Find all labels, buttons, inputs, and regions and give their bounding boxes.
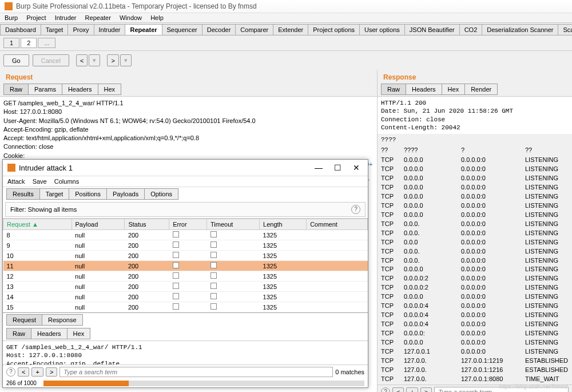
nav-back-dropdown[interactable]: ▾	[89, 54, 100, 66]
intruder-menu-attack[interactable]: Attack	[7, 178, 25, 185]
menu-project[interactable]: Project	[26, 14, 46, 21]
intruder-tab-options[interactable]: Options	[144, 188, 178, 200]
intruder-tab-target[interactable]: Target	[39, 188, 70, 200]
main-tab-repeater[interactable]: Repeater	[125, 24, 162, 35]
table-row[interactable]: 12null2001325	[3, 271, 368, 282]
col-comment[interactable]: Comment	[307, 219, 368, 230]
nav-fwd-dropdown[interactable]: ▾	[120, 54, 132, 66]
col-length[interactable]: Length	[260, 219, 307, 230]
netstat-row: TCP0.0.0.00.0.0.0:0LISTENING	[381, 165, 569, 174]
netstat-row: TCP0.0.0.00.0.0.0:0LISTENING	[381, 192, 569, 201]
table-row[interactable]: 13null2001325	[3, 282, 368, 292]
table-row[interactable]: 14null2001325	[3, 292, 368, 302]
go-button[interactable]: Go	[3, 54, 29, 66]
request-tab-headers[interactable]: Headers	[62, 84, 98, 95]
main-tab-target[interactable]: Target	[41, 24, 69, 35]
lower-tab-request[interactable]: Request	[6, 314, 42, 326]
intruder-tab-results[interactable]: Results	[6, 188, 40, 200]
main-tab-extender[interactable]: Extender	[273, 24, 308, 35]
subtab-add[interactable]: ...	[38, 38, 55, 48]
main-tab-comparer[interactable]: Comparer	[235, 24, 273, 35]
menu-repeater[interactable]: Repeater	[85, 14, 111, 21]
results-table[interactable]: Request ▲ Payload Status Error Timeout L…	[3, 218, 368, 312]
search-prev-button[interactable]: <	[392, 387, 404, 392]
intruder-tabs: Results Target Positions Payloads Option…	[3, 187, 368, 201]
table-row[interactable]: 9null2001325	[3, 240, 368, 251]
netstat-row: TCP0.0.0.00.0.0.0:0LISTENING	[381, 183, 569, 192]
search-next-button[interactable]: >	[46, 367, 57, 377]
col-status[interactable]: Status	[125, 219, 169, 230]
cancel-button: Cancel	[33, 54, 69, 66]
menu-burp[interactable]: Burp	[5, 14, 18, 21]
search-prev-button[interactable]: <	[18, 367, 29, 377]
response-tab-headers[interactable]: Headers	[406, 84, 442, 95]
table-row[interactable]: 11null2001325	[3, 261, 368, 271]
main-tab-dashboard[interactable]: Dashboard	[0, 24, 41, 35]
main-tab-intruder[interactable]: Intruder	[94, 24, 126, 35]
col-error[interactable]: Error	[169, 219, 207, 230]
main-tab-co2[interactable]: CO2	[459, 24, 483, 35]
table-row[interactable]: 10null2001325	[3, 251, 368, 261]
request-tab-params[interactable]: Params	[28, 84, 62, 95]
main-tab-json-beautifier[interactable]: JSON Beautifier	[404, 24, 460, 35]
menu-help[interactable]: Help	[150, 14, 164, 21]
request-tab-raw[interactable]: Raw	[3, 84, 29, 95]
help-icon[interactable]: ?	[6, 367, 15, 377]
intruder-titlebar: Intruder attack 1 — ☐ ✕	[3, 160, 368, 176]
help-icon[interactable]: ?	[351, 205, 360, 214]
col-timeout[interactable]: Timeout	[207, 219, 260, 230]
main-tab-user-options[interactable]: User options	[359, 24, 405, 35]
main-tabs: DashboardTargetProxyIntruderRepeaterSequ…	[0, 23, 572, 35]
close-icon[interactable]: ✕	[353, 163, 360, 172]
netstat-row: TCP0.0.0.00.0.0.0:0LISTENING	[381, 292, 569, 302]
col-payload[interactable]: Payload	[72, 219, 125, 230]
maximize-icon[interactable]: ☐	[334, 163, 341, 172]
help-icon[interactable]: ?	[381, 387, 390, 392]
search-next-button[interactable]: >	[420, 387, 432, 392]
nav-back-button[interactable]: <	[76, 54, 88, 66]
menu-window[interactable]: Window	[120, 14, 142, 21]
table-row[interactable]: 8null2001325	[3, 230, 368, 240]
burp-logo-icon	[5, 2, 13, 10]
lower-inner-headers[interactable]: Headers	[31, 328, 67, 339]
intruder-tab-positions[interactable]: Positions	[69, 188, 107, 200]
response-tab-hex[interactable]: Hex	[442, 84, 466, 95]
response-headers-text[interactable]: HTTP/1.1 200 Date: Sun, 21 Jun 2020 11:5…	[378, 96, 572, 134]
nav-fwd-button[interactable]: >	[107, 54, 118, 66]
col-request[interactable]: Request ▲	[3, 219, 72, 230]
intruder-menu-columns[interactable]: Columns	[54, 178, 79, 185]
menu-intruder[interactable]: Intruder	[55, 14, 77, 21]
request-tabs: Raw Params Headers Hex	[0, 82, 377, 96]
main-tab-deserialization-scanner[interactable]: Deserialization Scanner	[482, 24, 558, 35]
watermark: https://blog.csdn.net/fnmsd	[499, 383, 567, 390]
minimize-icon[interactable]: —	[315, 163, 323, 172]
lower-inner-hex[interactable]: Hex	[67, 328, 91, 339]
main-tab-proxy[interactable]: Proxy	[67, 24, 94, 35]
intruder-search-input[interactable]	[59, 367, 333, 377]
response-tab-render[interactable]: Render	[464, 84, 498, 95]
netstat-row: TCP127.0.0.127.0.0.1:1219ESTABLISHED	[381, 357, 569, 366]
filter-text: Filter: Showing all items	[10, 206, 77, 213]
main-tab-sequencer[interactable]: Sequencer	[162, 24, 202, 35]
main-tab-scan-check-builder[interactable]: Scan Check Builder	[558, 24, 572, 35]
main-tab-project-options[interactable]: Project options	[308, 24, 360, 35]
lower-raw-body[interactable]: GET /samples_web_1_2_4_war/ HTTP/1.1 Hos…	[3, 340, 368, 365]
search-add-button[interactable]: +	[406, 387, 418, 392]
netstat-row: TCP127.0.0.10.0.0.0:0LISTENING	[381, 347, 569, 357]
request-tab-hex[interactable]: Hex	[98, 84, 122, 95]
search-add-button[interactable]: +	[31, 367, 43, 377]
netstat-list[interactable]: TCP0.0.0.00.0.0.0:0LISTENINGTCP0.0.0.00.…	[378, 155, 572, 385]
intruder-search-row: ? < + > 0 matches	[3, 365, 368, 379]
match-count: 0 matches	[335, 369, 364, 375]
progress-counter: 266 of 1000	[3, 379, 40, 387]
subtab-1[interactable]: 1	[3, 38, 19, 48]
main-tab-decoder[interactable]: Decoder	[202, 24, 236, 35]
lower-tab-response[interactable]: Response	[42, 314, 83, 326]
filter-row[interactable]: Filter: Showing all items ?	[5, 202, 366, 217]
intruder-tab-payloads[interactable]: Payloads	[106, 188, 145, 200]
response-tab-raw[interactable]: Raw	[381, 84, 406, 95]
table-row[interactable]: 15null2001325	[3, 302, 368, 312]
subtab-2[interactable]: 2	[21, 38, 37, 48]
lower-inner-raw[interactable]: Raw	[6, 328, 31, 339]
intruder-menu-save[interactable]: Save	[33, 178, 47, 185]
